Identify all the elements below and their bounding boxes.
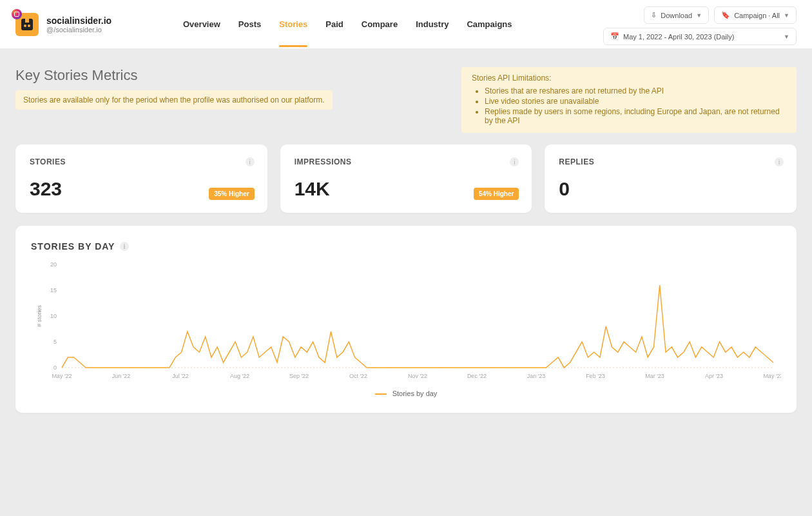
api-limitation-item: Live video stories are unavailable bbox=[485, 97, 786, 106]
svg-point-2 bbox=[28, 25, 30, 27]
brand-logo-icon bbox=[19, 17, 35, 32]
svg-text:Jul '22: Jul '22 bbox=[172, 373, 189, 379]
date-range-label: May 1, 2022 - April 30, 2023 (Daily) bbox=[623, 33, 734, 41]
download-label: Download bbox=[661, 12, 692, 19]
legend-swatch bbox=[375, 393, 387, 395]
api-limitation-item: Replies made by users in some regions, i… bbox=[485, 107, 786, 125]
metric-card-stories: iSTORIES32335% Higher bbox=[15, 144, 267, 213]
svg-text:Nov '22: Nov '22 bbox=[408, 373, 427, 379]
svg-text:May '22: May '22 bbox=[52, 373, 72, 379]
content-area: Key Stories Metrics Stories are availabl… bbox=[0, 49, 812, 431]
profile-block: socialinsider.io @/socialinsider.io bbox=[15, 13, 170, 36]
header-row: Key Stories Metrics Stories are availabl… bbox=[15, 67, 797, 133]
info-icon[interactable]: i bbox=[775, 157, 784, 166]
svg-rect-3 bbox=[25, 19, 29, 23]
availability-notice: Stories are available only for the perio… bbox=[15, 90, 333, 110]
chart-legend: Stories by day bbox=[31, 390, 781, 397]
svg-text:Mar '23: Mar '23 bbox=[645, 373, 664, 379]
svg-text:May '23: May '23 bbox=[763, 373, 781, 379]
svg-text:15: 15 bbox=[50, 287, 57, 293]
chevron-down-icon: ▼ bbox=[696, 12, 702, 19]
download-button[interactable]: ⇩ Download ▼ bbox=[644, 6, 709, 24]
page-title: Key Stories Metrics bbox=[15, 67, 333, 84]
svg-text:0: 0 bbox=[53, 364, 57, 371]
nav-industry[interactable]: Industry bbox=[416, 1, 449, 47]
instagram-badge-icon bbox=[12, 9, 22, 19]
api-limitations-title: Stories API Limitations: bbox=[472, 74, 786, 83]
date-range-selector[interactable]: 📅 May 1, 2022 - April 30, 2023 (Daily) ▼ bbox=[603, 28, 797, 45]
profile-handle: @/socialinsider.io bbox=[46, 26, 111, 34]
svg-text:Sep '22: Sep '22 bbox=[289, 373, 309, 379]
svg-text:5: 5 bbox=[53, 339, 57, 345]
nav-campaigns[interactable]: Campaigns bbox=[467, 1, 512, 47]
download-icon: ⇩ bbox=[651, 11, 657, 19]
profile-name: socialinsider.io bbox=[46, 15, 111, 26]
stories-line-chart: 05101520# storiesMay '22Jun '22Jul '22Au… bbox=[31, 258, 781, 387]
svg-text:Jun '22: Jun '22 bbox=[112, 373, 131, 379]
metric-card-impressions: iIMPRESSIONS14K54% Higher bbox=[280, 144, 532, 213]
metric-label: IMPRESSIONS bbox=[295, 157, 518, 166]
svg-text:Apr '23: Apr '23 bbox=[705, 373, 723, 379]
metric-label: REPLIES bbox=[559, 157, 782, 166]
svg-text:# stories: # stories bbox=[36, 304, 43, 327]
svg-text:Aug '22: Aug '22 bbox=[230, 373, 249, 379]
bookmark-icon: 🔖 bbox=[721, 11, 730, 19]
avatar-wrap bbox=[15, 13, 39, 36]
right-controls: ⇩ Download ▼ 🔖 Campaign · All ▼ 📅 May 1,… bbox=[603, 6, 797, 45]
svg-text:10: 10 bbox=[50, 313, 57, 319]
campaign-selector[interactable]: 🔖 Campaign · All ▼ bbox=[714, 6, 797, 24]
topbar: socialinsider.io @/socialinsider.io Over… bbox=[0, 0, 812, 49]
nav-compare[interactable]: Compare bbox=[362, 1, 398, 47]
metric-value: 0 bbox=[559, 178, 782, 200]
nav-paid[interactable]: Paid bbox=[325, 1, 343, 47]
metrics-row: iSTORIES32335% HigheriIMPRESSIONS14K54% … bbox=[15, 144, 797, 213]
svg-text:Oct '22: Oct '22 bbox=[349, 373, 367, 379]
metric-change-badge: 35% Higher bbox=[209, 188, 254, 200]
svg-text:20: 20 bbox=[50, 261, 57, 268]
metric-card-replies: iREPLIES0 bbox=[545, 144, 797, 213]
api-limitations-box: Stories API Limitations: Stories that ar… bbox=[461, 67, 797, 133]
legend-label: Stories by day bbox=[392, 390, 438, 397]
campaign-label: Campaign · All bbox=[734, 12, 780, 19]
svg-text:Jan '23: Jan '23 bbox=[527, 373, 546, 379]
nav-stories[interactable]: Stories bbox=[279, 1, 307, 47]
main-nav: OverviewPostsStoriesPaidCompareIndustryC… bbox=[183, 1, 512, 47]
api-limitation-item: Stories that are reshares are not return… bbox=[485, 86, 786, 95]
nav-overview[interactable]: Overview bbox=[183, 1, 220, 47]
stories-by-day-card: STORIES BY DAY i 05101520# storiesMay '2… bbox=[15, 226, 797, 413]
chevron-down-icon: ▼ bbox=[784, 34, 789, 40]
svg-text:Dec '22: Dec '22 bbox=[467, 373, 487, 379]
metric-label: STORIES bbox=[30, 157, 253, 166]
info-icon[interactable]: i bbox=[246, 157, 255, 166]
chart-title: STORIES BY DAY i bbox=[31, 241, 781, 252]
chart-title-text: STORIES BY DAY bbox=[31, 241, 115, 252]
info-icon[interactable]: i bbox=[120, 242, 129, 251]
metric-change-badge: 54% Higher bbox=[474, 188, 519, 200]
svg-point-1 bbox=[24, 25, 26, 27]
chevron-down-icon: ▼ bbox=[784, 12, 789, 19]
calendar-icon: 📅 bbox=[610, 32, 619, 41]
svg-text:Feb '23: Feb '23 bbox=[586, 373, 605, 379]
nav-posts[interactable]: Posts bbox=[238, 1, 261, 47]
